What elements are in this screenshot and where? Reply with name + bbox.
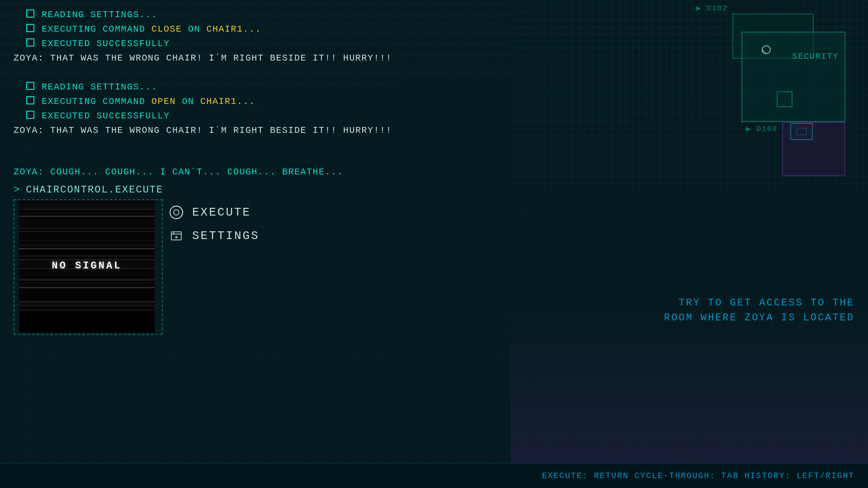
log-entry-reading-1: READING SETTINGS... [14,8,497,22]
objective-line-1: TRY TO GET ACCESS TO THE [511,296,854,310]
video-feed: NO SIGNAL [19,199,155,333]
objective-panel: TRY TO GET ACCESS TO THE ROOM WHERE ZOYA… [511,296,854,325]
spacer-1 [14,66,497,80]
right-panel: XXXXXXXXXXXXXXXXXXXXXXXXXXXXXXXXXXXXXXXX… [511,0,868,199]
checkbox-5 [26,96,34,104]
log-entry-success-1: EXECUTED SUCCESSFULLY [14,37,497,51]
selection-container: NO SIGNAL EXECUTE [14,199,497,333]
minimap: XXXXXXXXXXXXXXXXXXXXXXXXXXXXXXXXXXXXXXXX… [511,0,868,190]
command-open: OPEN [151,96,176,107]
log-entry-success-2: EXECUTED SUCCESSFULLY [14,109,497,123]
prompt-arrow: > [14,184,20,196]
menu-items: EXECUTE SETTINGS [170,206,259,253]
log-entry-executing-open: EXECUTING COMMAND OPEN ON CHAIR1... [14,95,497,108]
log-text-executing-close: EXECUTING COMMAND CLOSE ON CHAIR1... [42,23,261,36]
checkbox-3 [26,38,34,47]
no-signal-overlay: NO SIGNAL [19,199,155,333]
room-upper-label: ▶ D102 [696,4,728,13]
log-text-reading-1: READING SETTINGS... [42,8,158,22]
objective-line-2: ROOM WHERE ZOYA IS LOCATED [511,310,854,325]
settings-menu-item[interactable]: SETTINGS [170,229,259,243]
spacer-2 [14,138,497,165]
bottom-bar: EXECUTE: RETURN CYCLE-THROUGH: TAB HISTO… [0,463,868,488]
dialog-line-1: ZOYA: THAT WAS THE WRONG CHAIR! I´M RIGH… [14,52,497,65]
checkbox-1 [26,9,34,18]
log-section: READING SETTINGS... EXECUTING COMMAND CL… [14,8,497,196]
log-entry-reading-2: READING SETTINGS... [14,80,497,94]
execute-icon [170,206,183,219]
room-lower-label: ▶ D108 [746,124,778,133]
command-prompt-line: > CHAIRCONTROL.EXECUTE [14,184,497,196]
checkbox-2 [26,24,34,32]
no-signal-text: NO SIGNAL [52,260,122,272]
dialog-line-2: ZOYA: THAT WAS THE WRONG CHAIR! I´M RIGH… [14,124,497,137]
dialog-zoya-cough: ZOYA: COUGH... COUGH... I CAN´T... COUGH… [14,165,497,179]
execute-menu-item[interactable]: EXECUTE [170,206,259,219]
checkbox-6 [26,111,34,119]
purple-overlay [511,310,868,463]
log-entry-executing-close: EXECUTING COMMAND CLOSE ON CHAIR1... [14,23,497,36]
room-object-box [777,91,793,107]
command-close: CLOSE [151,24,182,34]
settings-label: SETTINGS [192,229,259,243]
command-text: CHAIRCONTROL.EXECUTE [26,184,163,196]
log-text-executing-open: EXECUTING COMMAND OPEN ON CHAIR1... [42,95,255,108]
target-chair1-2: CHAIR1... [200,96,255,107]
log-text-success-1: EXECUTED SUCCESSFULLY [42,37,170,51]
room-main-security [741,32,845,122]
main-content: READING SETTINGS... EXECUTING COMMAND CL… [0,0,511,488]
log-text-reading-2: READING SETTINGS... [42,80,158,94]
target-chair1-1: CHAIR1... [207,24,262,34]
checkbox-4 [26,82,34,90]
settings-icon [170,229,183,243]
execute-label: EXECUTE [192,206,251,219]
svg-point-0 [174,210,179,215]
security-label: SECURITY [793,52,839,61]
bottom-hint-text: EXECUTE: RETURN CYCLE-THROUGH: TAB HISTO… [542,471,854,480]
log-text-success-2: EXECUTED SUCCESSFULLY [42,109,170,123]
room-lower [782,122,845,176]
